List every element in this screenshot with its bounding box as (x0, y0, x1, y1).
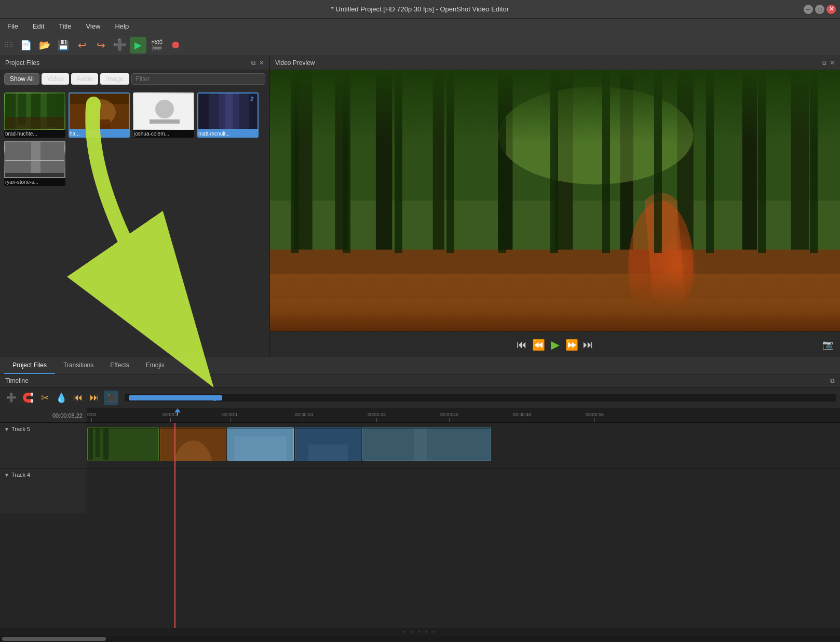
svg-point-40 (498, 87, 693, 184)
panel-restore-icon[interactable]: ⧉ (251, 59, 256, 66)
media-grid: brad-huchte... ha... (0, 88, 269, 357)
filter-tabs: Show All Video Audio Image (0, 70, 269, 88)
media-label-2: ha... (69, 130, 130, 138)
window-title: * Untitled Project [HD 720p 30 fps] - Op… (331, 5, 509, 13)
svg-rect-45 (88, 429, 93, 460)
project-files-header: Project Files ⧉ ✕ (0, 56, 269, 70)
tab-audio[interactable]: Audio (71, 73, 99, 85)
timeline-expand-icon[interactable]: ⧉ (830, 377, 835, 384)
open-button[interactable]: 📂 (36, 37, 53, 54)
timeline-toolbar: ➕ 🧲 ✂ 💧 ⏮ ⏭ ⬛ (0, 387, 840, 408)
play-button[interactable]: ▶ (547, 337, 563, 353)
filter-input[interactable] (131, 73, 265, 85)
clip-joshua[interactable]: joshua-coleman-sc... (227, 427, 294, 461)
clip-ryan[interactable]: ryan-stone-skykomis... (362, 427, 491, 461)
undo-button[interactable]: ↩ (74, 37, 90, 54)
rewind-start-button[interactable]: ⏮ (513, 337, 530, 353)
save-button[interactable]: 💾 (55, 37, 72, 54)
tl-scroll-thumb[interactable] (129, 395, 222, 400)
svg-rect-46 (96, 429, 100, 457)
menu-view[interactable]: View (83, 21, 103, 31)
svg-rect-55 (414, 429, 427, 461)
playhead-marker-svg (174, 408, 181, 416)
menu-edit[interactable]: Edit (30, 21, 47, 31)
menu-title[interactable]: Title (56, 21, 74, 31)
project-files-title: Project Files (5, 59, 39, 66)
media-thumb-5 (4, 141, 65, 178)
record-button[interactable]: ⏺ (167, 37, 184, 54)
clip-matt-svg (295, 429, 361, 461)
track-row-5: ▼ Track 5 brad-huchteman-s... (0, 423, 840, 469)
menu-file[interactable]: File (4, 21, 21, 31)
import-button[interactable]: ➕ (111, 37, 128, 54)
tl-mark-16: 00:00:1 (222, 412, 238, 422)
track-5-body[interactable]: brad-huchteman-s... (87, 423, 840, 468)
preview-play-button[interactable]: ▶ (130, 37, 146, 54)
cut-button[interactable]: ✂ (37, 391, 52, 405)
snap-button[interactable]: 🧲 (21, 391, 35, 405)
tab-image[interactable]: Image (100, 73, 129, 85)
media-item-5[interactable]: ryan-stone-s... (4, 141, 65, 186)
center-playhead-button[interactable]: ⬛ (104, 391, 118, 405)
svg-rect-35 (742, 70, 757, 331)
track-5-name: Track 5 (11, 426, 30, 432)
tl-scrollbar[interactable] (0, 636, 840, 642)
clip-brad-thumb (88, 429, 158, 461)
preview-image (270, 70, 840, 331)
forward-end-button[interactable]: ⏭ (580, 337, 597, 353)
tab-emojis[interactable]: Emojis (138, 357, 173, 374)
maximize-button[interactable]: □ (815, 5, 824, 14)
tl-ruler-marks[interactable]: 0:00 00:00:8 00:00:1 00:00:24 (87, 408, 840, 422)
close-button[interactable]: ✕ (827, 5, 836, 14)
fast-forward-button[interactable]: ⏩ (563, 337, 580, 353)
clip-hardy[interactable]: hardy_wallpaper_ (160, 427, 226, 461)
jump-start-button[interactable]: ⏮ (71, 391, 85, 405)
svg-rect-47 (103, 429, 109, 460)
preview-close-icon[interactable]: ✕ (830, 59, 835, 66)
tl-ruler: 00:00:08,22 0:00 00:00:8 00:00:1 (0, 408, 840, 423)
clip-brad-svg (88, 429, 158, 461)
media-item-3[interactable]: joshua-colem... (133, 92, 194, 138)
media-thumb-3 (133, 92, 194, 130)
tl-mark-40: 00:00:40 (440, 412, 458, 422)
tl-scrollbar-thumb[interactable] (2, 637, 106, 641)
export-button[interactable]: 🎬 (148, 37, 165, 54)
preview-restore-icon[interactable]: ⧉ (822, 59, 827, 66)
preview-header: Video Preview ⧉ ✕ (270, 56, 840, 70)
svg-rect-43 (177, 412, 178, 416)
minimize-button[interactable]: ─ (804, 5, 813, 14)
new-button[interactable]: 📄 (18, 37, 34, 54)
tab-project-files[interactable]: Project Files (4, 357, 55, 374)
svg-rect-29 (376, 70, 392, 331)
add-track-button[interactable]: ➕ (4, 391, 19, 405)
add-marker-button[interactable]: 💧 (54, 391, 69, 405)
tab-transitions[interactable]: Transitions (55, 357, 102, 374)
redo-button[interactable]: ↪ (92, 37, 109, 54)
panel-close-icon[interactable]: ✕ (259, 59, 264, 66)
thumb-svg-5 (5, 142, 65, 178)
screenshot-button[interactable]: 📷 (822, 339, 834, 351)
track-4-collapse-icon[interactable]: ▼ (4, 472, 9, 478)
clip-brad[interactable]: brad-huchteman-s... (87, 427, 159, 461)
menu-help[interactable]: Help (112, 21, 132, 31)
tl-mark-56: 00:00:56 (586, 412, 604, 422)
tab-effects[interactable]: Effects (102, 357, 137, 374)
track-5-collapse-icon[interactable]: ▼ (4, 426, 9, 432)
track-4-body[interactable] (87, 469, 840, 514)
tab-show-all[interactable]: Show All (4, 73, 39, 85)
jump-end-button[interactable]: ⏭ (87, 391, 102, 405)
clip-hardy-thumb (160, 429, 226, 461)
svg-marker-42 (174, 408, 181, 412)
tab-video[interactable]: Video (42, 73, 69, 85)
tl-mark-24: 00:00:24 (295, 412, 313, 422)
tl-scroll-indicator (125, 394, 836, 402)
media-item-1[interactable]: brad-huchte... (4, 92, 65, 138)
clip-ryan-thumb (363, 429, 491, 461)
clip-matt[interactable]: matt-mcnulty-nyc... (295, 427, 361, 461)
media-item-2[interactable]: ha... (69, 92, 130, 138)
video-preview-panel: Video Preview ⧉ ✕ (270, 56, 840, 357)
svg-point-13 (155, 100, 174, 118)
rewind-button[interactable]: ⏪ (530, 337, 547, 353)
media-item-4[interactable]: 2 matt-mcnult... (197, 92, 259, 138)
svg-rect-33 (620, 70, 633, 331)
